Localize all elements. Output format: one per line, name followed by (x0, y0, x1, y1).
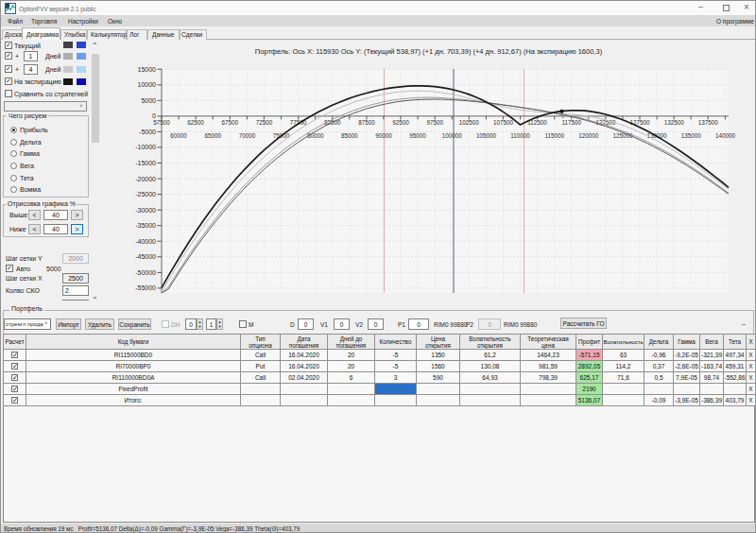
svg-text:105000: 105000 (476, 132, 497, 139)
svg-text:65000: 65000 (204, 132, 221, 139)
svg-text:120000: 120000 (578, 132, 599, 139)
svg-text:85000: 85000 (341, 132, 358, 139)
svg-text:117500: 117500 (561, 119, 581, 126)
svg-text:110000: 110000 (510, 132, 530, 139)
svg-text:132500: 132500 (664, 119, 685, 126)
svg-text:60000: 60000 (170, 132, 187, 139)
svg-text:-40000: -40000 (135, 238, 156, 245)
svg-text:5000: 5000 (141, 97, 156, 104)
svg-text:87500: 87500 (358, 119, 375, 126)
svg-text:107500: 107500 (493, 119, 514, 126)
svg-text:-20000: -20000 (135, 176, 156, 182)
svg-text:70000: 70000 (239, 132, 256, 139)
svg-text:97500: 97500 (426, 119, 443, 126)
svg-text:72500: 72500 (256, 119, 273, 126)
svg-text:90000: 90000 (375, 132, 392, 139)
svg-text:-15000: -15000 (135, 160, 156, 166)
svg-text:-45000: -45000 (135, 253, 156, 260)
svg-text:-55000: -55000 (135, 284, 156, 291)
svg-text:92500: 92500 (392, 119, 409, 126)
svg-text:-50000: -50000 (135, 269, 156, 276)
svg-text:-25000: -25000 (135, 191, 156, 198)
svg-text:-5000: -5000 (139, 129, 156, 135)
svg-text:10000: 10000 (138, 81, 157, 88)
svg-text:115000: 115000 (544, 132, 564, 139)
svg-text:15000: 15000 (138, 66, 157, 73)
svg-text:95000: 95000 (409, 132, 426, 139)
svg-text:135000: 135000 (681, 132, 702, 139)
svg-text:-30000: -30000 (135, 207, 156, 214)
svg-text:80000: 80000 (307, 132, 324, 139)
svg-text:102500: 102500 (459, 119, 480, 126)
svg-text:57500: 57500 (153, 119, 170, 126)
svg-text:-10000: -10000 (135, 144, 156, 150)
svg-text:-35000: -35000 (135, 222, 156, 229)
svg-text:140000: 140000 (715, 132, 736, 139)
svg-text:62500: 62500 (187, 119, 204, 126)
svg-text:67500: 67500 (222, 119, 239, 126)
svg-text:100000: 100000 (442, 132, 463, 139)
svg-text:137500: 137500 (698, 119, 719, 126)
